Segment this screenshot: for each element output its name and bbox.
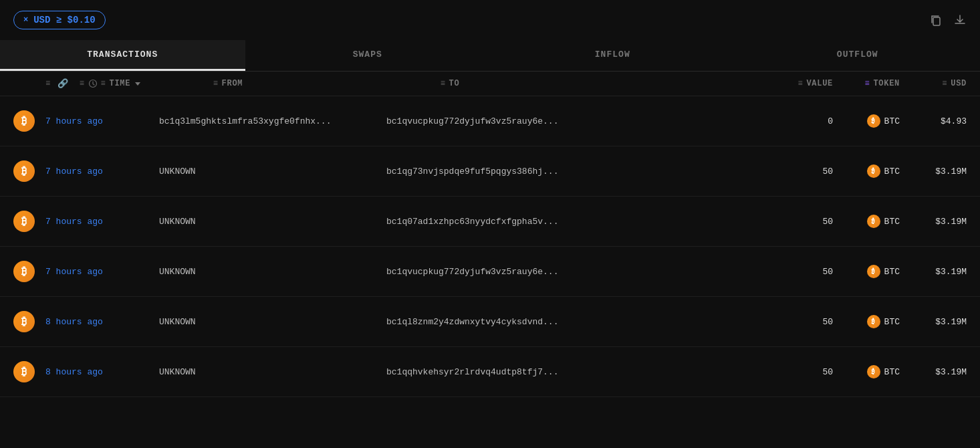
header-usd[interactable]: ≡ USD [900, 79, 967, 88]
filter-tag[interactable]: × USD ≥ $0.10 [13, 11, 106, 29]
token-filter-icon: ≡ [864, 79, 870, 88]
cell-from: UNKNOWN [159, 217, 386, 227]
header-to-label: TO [449, 79, 460, 88]
table-row[interactable]: ₿ 7 hours ago bc1q3lm5ghktslmfra53xygfe0… [0, 96, 980, 146]
bitcoin-icon: ₿ [13, 110, 35, 132]
cell-token: ₿ BTC [833, 164, 900, 178]
cell-to: bc1qvucpkug772dyjufw3vz5rauy6e... [386, 267, 773, 277]
cell-to: bc1ql8znm2y4zdwnxytvy4cyksdvnd... [386, 317, 773, 327]
cell-value: 50 [773, 317, 833, 327]
value-filter-icon: ≡ [798, 79, 803, 88]
from-filter-icon: ≡ [213, 79, 219, 88]
download-icon[interactable] [953, 13, 967, 27]
bitcoin-icon: ₿ [13, 160, 35, 182]
cell-btc-icon: ₿ [867, 265, 880, 278]
row-btc-icon: ₿ [13, 361, 37, 382]
table-body: ₿ 7 hours ago bc1q3lm5ghktslmfra53xygfe0… [0, 96, 980, 397]
table-row[interactable]: ₿ 8 hours ago UNKNOWN bc1ql8znm2y4zdwnxy… [0, 297, 980, 347]
table-row[interactable]: ₿ 8 hours ago UNKNOWN bc1qqhvkehsyr2rlrd… [0, 347, 980, 397]
cell-from: UNKNOWN [159, 267, 386, 277]
time-sort-icon: ≡ [101, 79, 106, 88]
to-filter-icon: ≡ [441, 79, 446, 88]
cell-btc-icon: ₿ [867, 315, 880, 328]
cell-usd: $3.19M [900, 166, 967, 177]
table-row[interactable]: ₿ 7 hours ago UNKNOWN bc1qvucpkug772dyju… [0, 247, 980, 297]
cell-value: 50 [773, 367, 833, 377]
column-headers: ≡ 🔗 ≡ ≡ TIME ≡ FROM ≡ TO ≡ VALUE ≡ TOKEN… [0, 72, 980, 96]
cell-token-label: BTC [884, 217, 900, 227]
cell-value: 50 [773, 166, 833, 177]
time-sort-arrow[interactable] [135, 82, 140, 86]
bitcoin-icon: ₿ [13, 311, 35, 332]
cell-usd: $3.19M [900, 217, 967, 227]
header-from-label: FROM [222, 79, 243, 88]
usd-filter-icon: ≡ [942, 79, 947, 88]
cell-token: ₿ BTC [833, 114, 900, 128]
cell-to: bc1qvucpkug772dyjufw3vz5rauy6e... [386, 116, 773, 126]
cell-token: ₿ BTC [833, 365, 900, 378]
cell-time: 7 hours ago [45, 116, 146, 126]
header-token[interactable]: ≡ TOKEN [833, 79, 900, 88]
filter-label: USD ≥ $0.10 [33, 15, 95, 25]
header-value-label: VALUE [806, 79, 833, 88]
cell-time: 7 hours ago [45, 166, 146, 177]
header-token-label: TOKEN [873, 79, 900, 88]
tab-transactions[interactable]: TRANSACTIONS [0, 40, 245, 71]
cell-from: UNKNOWN [159, 367, 386, 377]
row-btc-icon: ₿ [13, 110, 37, 132]
cell-usd: $3.19M [900, 367, 967, 377]
copy-icon[interactable] [929, 13, 943, 27]
header-usd-label: USD [951, 79, 967, 88]
cell-usd: $3.19M [900, 317, 967, 327]
cell-time: 8 hours ago [45, 367, 146, 377]
cell-btc-icon: ₿ [867, 215, 880, 228]
svg-rect-0 [933, 17, 940, 25]
top-bar-actions [929, 13, 967, 27]
tab-bar: TRANSACTIONS SWAPS INFLOW OUTFLOW [0, 40, 980, 72]
cell-token: ₿ BTC [833, 215, 900, 228]
link-icon[interactable]: 🔗 [57, 78, 69, 89]
cell-from: bc1q3lm5ghktslmfra53xygfe0fnhx... [159, 116, 386, 126]
header-time-label: TIME [110, 79, 131, 88]
header-value[interactable]: ≡ VALUE [773, 79, 833, 88]
cell-from: UNKNOWN [159, 317, 386, 327]
tab-outflow[interactable]: OUTFLOW [735, 40, 981, 71]
cell-to: bc1qqhvkehsyr2rlrdvq4udtp8tfj7... [386, 367, 773, 377]
filter-lines-icon[interactable]: ≡ [45, 79, 51, 88]
header-from[interactable]: ≡ FROM [213, 79, 441, 88]
cell-usd: $3.19M [900, 267, 967, 277]
header-time[interactable]: ≡ ≡ TIME [80, 79, 213, 88]
cell-token: ₿ BTC [833, 315, 900, 328]
bitcoin-icon: ₿ [13, 211, 35, 232]
cell-value: 50 [773, 217, 833, 227]
cell-token: ₿ BTC [833, 265, 900, 278]
top-bar: × USD ≥ $0.10 [0, 0, 980, 40]
row-btc-icon: ₿ [13, 160, 37, 182]
table-row[interactable]: ₿ 7 hours ago UNKNOWN bc1qg73nvjspdqe9fu… [0, 146, 980, 197]
clock-icon [88, 79, 98, 88]
bitcoin-icon: ₿ [13, 261, 35, 282]
cell-time: 7 hours ago [45, 267, 146, 277]
time-filter-icon: ≡ [80, 79, 85, 88]
header-to[interactable]: ≡ TO [441, 79, 773, 88]
cell-usd: $4.93 [900, 116, 967, 126]
cell-value: 50 [773, 267, 833, 277]
cell-btc-icon: ₿ [867, 164, 880, 178]
cell-token-label: BTC [884, 317, 900, 327]
tab-swaps[interactable]: SWAPS [245, 40, 491, 71]
cell-time: 8 hours ago [45, 317, 146, 327]
cell-btc-icon: ₿ [867, 365, 880, 378]
row-btc-icon: ₿ [13, 211, 37, 232]
table-row[interactable]: ₿ 7 hours ago UNKNOWN bc1q07ad1xzhpc63ny… [0, 197, 980, 247]
cell-to: bc1q07ad1xzhpc63nyydcfxfgpha5v... [386, 217, 773, 227]
row-btc-icon: ₿ [13, 311, 37, 332]
header-icon-actions: ≡ 🔗 [45, 78, 69, 89]
cell-token-label: BTC [884, 116, 900, 126]
cell-from: UNKNOWN [159, 166, 386, 177]
row-btc-icon: ₿ [13, 261, 37, 282]
cell-to: bc1qg73nvjspdqe9fuf5pqgys386hj... [386, 166, 773, 177]
tab-inflow[interactable]: INFLOW [490, 40, 735, 71]
cell-value: 0 [773, 116, 833, 126]
filter-close-icon[interactable]: × [23, 15, 28, 25]
cell-token-label: BTC [884, 166, 900, 177]
